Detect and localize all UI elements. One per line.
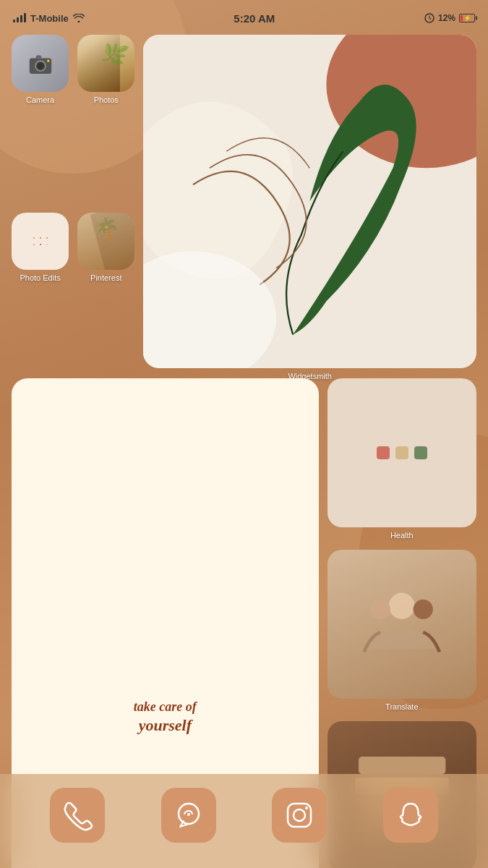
health-icon	[328, 378, 476, 527]
pinterest-label: Pinterest	[90, 273, 121, 282]
svg-point-5	[47, 59, 49, 61]
app-translate[interactable]: Translate	[328, 550, 476, 711]
alarm-icon	[424, 13, 435, 23]
status-bar: T-Mobile 5:20 AM 12% ⚡	[0, 0, 488, 32]
camera-label: Camera	[26, 95, 54, 104]
dock-snapchat[interactable]	[383, 788, 438, 843]
battery-icon: ⚡	[459, 14, 475, 22]
dock-messages[interactable]	[161, 788, 216, 843]
svg-point-11	[414, 600, 433, 619]
battery-percent: 12%	[438, 13, 455, 23]
dock-phone[interactable]	[50, 788, 105, 843]
widget-line1: take care of	[134, 698, 197, 716]
translate-icon	[328, 550, 476, 699]
home-screen: Camera 🌿 Photos	[0, 32, 488, 868]
status-right: 12% ⚡	[424, 13, 475, 23]
widgetsmith-large-container[interactable]: Widgetsmith	[143, 35, 476, 380]
svg-point-40	[305, 807, 308, 809]
widget-line2: yourself	[134, 716, 197, 735]
pinterest-icon: 🌴	[77, 213, 134, 270]
app-row-1: Camera 🌿 Photos	[12, 35, 476, 368]
svg-point-3	[37, 62, 43, 69]
svg-point-39	[294, 809, 305, 821]
app-health[interactable]: Health	[328, 378, 476, 540]
signal-icon	[13, 14, 26, 22]
app-photo-edits[interactable]: Photo Edits	[12, 213, 69, 380]
photos-label: Photos	[94, 95, 119, 104]
dock-instagram[interactable]	[272, 788, 327, 843]
dock	[0, 774, 488, 868]
svg-point-10	[371, 600, 390, 619]
snapchat-icon	[383, 788, 438, 843]
status-left: T-Mobile	[13, 13, 85, 24]
photo-edits-label: Photo Edits	[20, 273, 60, 282]
carrier-label: T-Mobile	[30, 13, 69, 24]
app-photos[interactable]: 🌿 Photos	[77, 35, 134, 203]
messages-icon	[161, 788, 216, 843]
photos-icon: 🌿	[77, 35, 134, 92]
svg-point-9	[389, 593, 415, 619]
app-camera[interactable]: Camera	[12, 35, 69, 203]
app-pinterest[interactable]: 🌴 Pinterest	[77, 213, 134, 380]
svg-rect-4	[35, 55, 41, 59]
instagram-icon	[272, 788, 327, 843]
svg-point-37	[187, 813, 190, 816]
photo-edits-icon	[12, 213, 69, 270]
wifi-icon	[73, 14, 85, 22]
row1-left-grid: Camera 🌿 Photos	[12, 35, 134, 380]
translate-label: Translate	[385, 702, 418, 711]
time-display: 5:20 AM	[234, 12, 275, 25]
camera-icon	[12, 35, 69, 92]
health-label: Health	[390, 531, 414, 540]
svg-rect-12	[359, 757, 445, 774]
phone-icon	[50, 788, 105, 843]
widgetsmith-1-icon	[143, 35, 476, 368]
